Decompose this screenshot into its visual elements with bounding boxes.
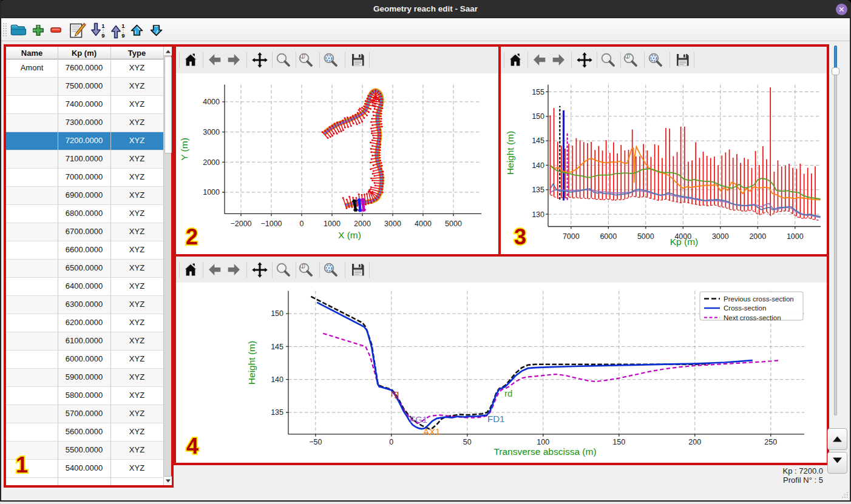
svg-text:9: 9 xyxy=(121,32,124,39)
svg-text:145: 145 xyxy=(271,343,283,351)
svg-text:AX1: AX1 xyxy=(423,426,440,437)
svg-text:Y (m): Y (m) xyxy=(179,138,189,161)
svg-text:1000: 1000 xyxy=(203,188,220,197)
svg-text:Kp (m): Kp (m) xyxy=(670,237,699,247)
svg-text:0: 0 xyxy=(300,220,304,228)
svg-text:1: 1 xyxy=(302,54,304,59)
svg-text:7000: 7000 xyxy=(563,232,580,241)
svg-text:1: 1 xyxy=(16,452,28,477)
svg-text:4000: 4000 xyxy=(203,98,220,106)
svg-text:FG1: FG1 xyxy=(410,414,427,425)
svg-text:3000: 3000 xyxy=(384,220,401,228)
svg-text:150: 150 xyxy=(612,438,625,446)
svg-text:Transverse abscissa (m): Transverse abscissa (m) xyxy=(493,446,596,457)
svg-text:100: 100 xyxy=(537,438,549,446)
svg-text:0: 0 xyxy=(389,438,393,446)
svg-text:−1000: −1000 xyxy=(260,220,282,228)
svg-text:135: 135 xyxy=(532,186,544,194)
svg-text:140: 140 xyxy=(271,375,283,384)
svg-text:140: 140 xyxy=(532,161,544,170)
svg-text:250: 250 xyxy=(764,438,777,446)
svg-text:4: 4 xyxy=(186,434,198,459)
svg-text:150: 150 xyxy=(532,112,544,121)
svg-text:155: 155 xyxy=(532,88,544,96)
svg-text:1: 1 xyxy=(302,264,304,269)
svg-text:135: 135 xyxy=(271,408,283,417)
svg-text:1000: 1000 xyxy=(787,232,804,241)
svg-text:200: 200 xyxy=(688,438,701,446)
svg-text:rg: rg xyxy=(391,388,399,398)
svg-text:Height (m): Height (m) xyxy=(505,131,515,175)
svg-text:5000: 5000 xyxy=(445,220,462,228)
svg-text:145: 145 xyxy=(532,136,544,145)
svg-text:Height (m): Height (m) xyxy=(246,341,257,385)
svg-text:3000: 3000 xyxy=(203,128,220,136)
svg-text:9: 9 xyxy=(101,32,104,39)
svg-text:1000: 1000 xyxy=(324,220,341,228)
svg-text:2000: 2000 xyxy=(203,158,220,167)
svg-text:2000: 2000 xyxy=(354,220,371,228)
svg-text:−2000: −2000 xyxy=(230,220,251,228)
svg-text:5000: 5000 xyxy=(637,232,654,241)
svg-text:2000: 2000 xyxy=(749,232,766,241)
svg-text:rd: rd xyxy=(504,388,512,398)
svg-text:1: 1 xyxy=(626,54,629,59)
svg-text:3000: 3000 xyxy=(712,232,729,241)
svg-text:Next cross-section: Next cross-section xyxy=(724,314,781,321)
svg-text:6000: 6000 xyxy=(600,232,617,241)
svg-text:130: 130 xyxy=(532,210,544,219)
svg-text:−50: −50 xyxy=(309,438,322,446)
svg-text:Previous cross-section: Previous cross-section xyxy=(724,295,794,303)
svg-text:Cross-section: Cross-section xyxy=(724,304,766,312)
svg-text:FD1: FD1 xyxy=(487,414,504,424)
svg-text:3: 3 xyxy=(514,224,526,249)
svg-text:4000: 4000 xyxy=(415,220,432,228)
svg-text:50: 50 xyxy=(463,438,472,446)
svg-text:X (m): X (m) xyxy=(338,230,361,240)
svg-text:150: 150 xyxy=(271,309,283,318)
svg-text:2: 2 xyxy=(186,224,198,249)
